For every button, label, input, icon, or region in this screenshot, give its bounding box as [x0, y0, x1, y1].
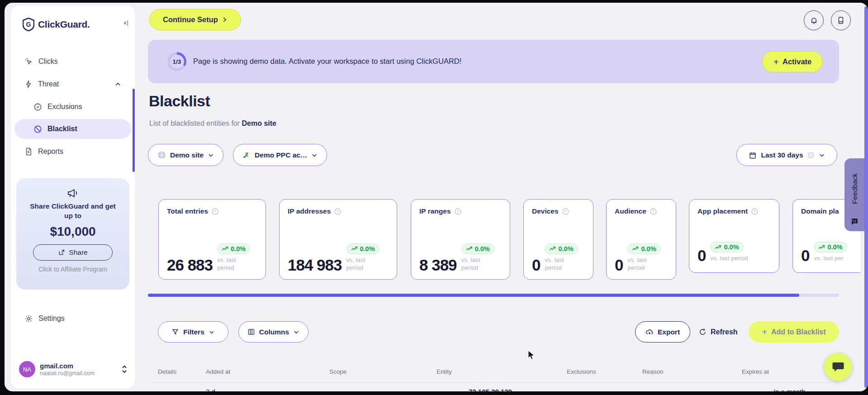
demo-data-banner: 1/3 Page is showing demo data. Activate … — [148, 40, 839, 83]
clickguard-shield-icon: G — [23, 18, 34, 31]
sidebar-item-threat[interactable]: Threat — [14, 74, 131, 94]
book-icon — [837, 16, 845, 24]
bell-icon — [810, 16, 818, 25]
card-value: 184 983 — [288, 258, 342, 272]
card-label: Devices — [532, 207, 559, 215]
lightning-icon — [24, 80, 33, 88]
change-value: 0.0% — [475, 245, 490, 252]
ppc-account-selector[interactable]: Demo PPC ac… — [233, 144, 327, 166]
feedback-tab[interactable]: Feedback — [844, 158, 865, 231]
logo: G ClickGuard. — [23, 17, 127, 32]
setup-progress-value: 1/3 — [170, 55, 184, 69]
stat-card-total-entries: Total entries ? 26 883 0.0% vs. last per… — [158, 199, 266, 280]
cell-entity: 72.105.39.139 — [469, 388, 512, 391]
activate-button[interactable]: + Activate — [762, 51, 823, 72]
calendar-icon — [749, 151, 757, 159]
ban-icon — [33, 125, 42, 133]
trend-up-icon — [222, 246, 228, 252]
vs-period-label: vs. last period — [217, 256, 245, 272]
change-value: 0.0% — [231, 245, 246, 252]
sidebar-item-exclusions[interactable]: Exclusions — [14, 97, 131, 117]
add-to-blacklist-button[interactable]: + Add to Blacklist — [749, 321, 839, 343]
promo-footnote: Click to Affiliate Program — [16, 266, 129, 273]
card-value: 0 — [801, 248, 809, 263]
column-header-reason[interactable]: Reason — [642, 368, 664, 375]
question-icon: ? — [334, 208, 342, 215]
svg-text:?: ? — [754, 209, 756, 214]
filters-dropdown[interactable]: Filters — [158, 321, 228, 343]
sidebar-item-reports[interactable]: Reports — [14, 142, 131, 162]
cards-horizontal-scrollbar-thumb[interactable] — [148, 294, 799, 297]
change-value: 0.0% — [558, 245, 573, 252]
export-button[interactable]: Export — [635, 321, 690, 343]
ppc-account-label: Demo PPC ac… — [255, 151, 307, 159]
change-badge: 0.0% — [461, 243, 494, 254]
date-range-selector[interactable]: Last 30 days ? — [736, 144, 837, 166]
columns-label: Columns — [259, 328, 289, 336]
vs-period-label: vs. last period — [346, 256, 375, 272]
plus-icon: + — [762, 328, 767, 337]
continue-setup-label: Continue Setup — [163, 15, 218, 24]
sidebar-item-settings[interactable]: Settings — [24, 309, 65, 328]
vs-period-label: vs. last per — [814, 254, 847, 262]
badge-check-icon — [33, 103, 42, 111]
card-value: 0 — [532, 258, 540, 272]
sidebar-scrollbar[interactable] — [133, 89, 135, 172]
chevron-down-icon — [209, 329, 215, 335]
cursor-click-icon — [24, 57, 33, 66]
change-badge: 0.0% — [545, 243, 578, 254]
trend-up-icon — [549, 246, 556, 252]
trend-up-icon — [818, 244, 825, 250]
activate-label: Activate — [783, 57, 811, 66]
globe-icon — [157, 151, 166, 159]
chevron-up-icon[interactable] — [114, 81, 121, 88]
table-divider — [148, 382, 839, 383]
card-label: IP ranges — [419, 207, 451, 215]
cloud-download-icon — [645, 328, 654, 336]
report-file-icon — [24, 148, 33, 156]
sidebar-item-label: Clicks — [38, 57, 58, 66]
table-row[interactable]: 3 d 72.105.39.139 In a month — [5, 388, 868, 391]
question-icon: ? — [751, 208, 759, 215]
refresh-button[interactable]: Refresh — [699, 321, 738, 343]
collapse-sidebar-icon[interactable] — [121, 19, 129, 27]
page-subtitle-text: List of blacklisted entities for — [149, 119, 240, 127]
question-icon: ? — [562, 208, 569, 215]
continue-setup-button[interactable]: Continue Setup — [149, 9, 241, 30]
svg-text:?: ? — [564, 209, 567, 214]
svg-text:G: G — [26, 21, 31, 28]
share-button[interactable]: Share — [33, 244, 113, 261]
column-header-scope[interactable]: Scope — [329, 368, 346, 375]
docs-button[interactable] — [831, 10, 851, 30]
banner-message: Page is showing demo data. Activate your… — [193, 57, 461, 66]
date-range-label: Last 30 days — [761, 151, 803, 159]
notifications-button[interactable] — [804, 10, 824, 30]
card-label: Total entries — [167, 207, 208, 215]
page-vertical-scrollbar[interactable] — [864, 6, 868, 388]
sidebar-item-clicks[interactable]: Clicks — [14, 52, 131, 71]
column-header-expires-at[interactable]: Expires at — [742, 368, 769, 375]
share-label: Share — [69, 248, 87, 257]
promo-headline: Share ClickGuard and get up to — [28, 202, 118, 221]
column-header-added-at[interactable]: Added at — [206, 368, 230, 375]
vs-period-label: vs. last period — [545, 256, 573, 272]
affiliate-promo-card[interactable]: Share ClickGuard and get up to $10,000 S… — [16, 178, 129, 290]
chat-bubble-icon — [832, 361, 844, 373]
cards-horizontal-scrollbar-track[interactable] — [148, 294, 839, 297]
sidebar-item-blacklist[interactable]: Blacklist — [14, 119, 131, 139]
trend-up-icon — [715, 244, 721, 250]
page-subtitle-site: Demo site — [242, 119, 276, 127]
sidebar: G ClickGuard. Clicks Threat — [11, 5, 135, 388]
external-link-icon — [58, 249, 65, 256]
site-selector[interactable]: Demo site — [148, 144, 223, 166]
logo-text: ClickGuard. — [38, 19, 90, 30]
columns-dropdown[interactable]: Columns — [238, 321, 308, 343]
column-header-entity[interactable]: Entity — [436, 368, 452, 375]
cell-added-at: 3 d — [206, 388, 215, 391]
column-header-details[interactable]: Details — [158, 368, 176, 375]
column-header-exclusions[interactable]: Exclusions — [567, 368, 596, 375]
chat-widget-button[interactable] — [824, 353, 852, 381]
filter-icon — [171, 328, 179, 336]
columns-icon — [247, 328, 255, 336]
vs-period-label: vs. last period — [627, 256, 655, 272]
